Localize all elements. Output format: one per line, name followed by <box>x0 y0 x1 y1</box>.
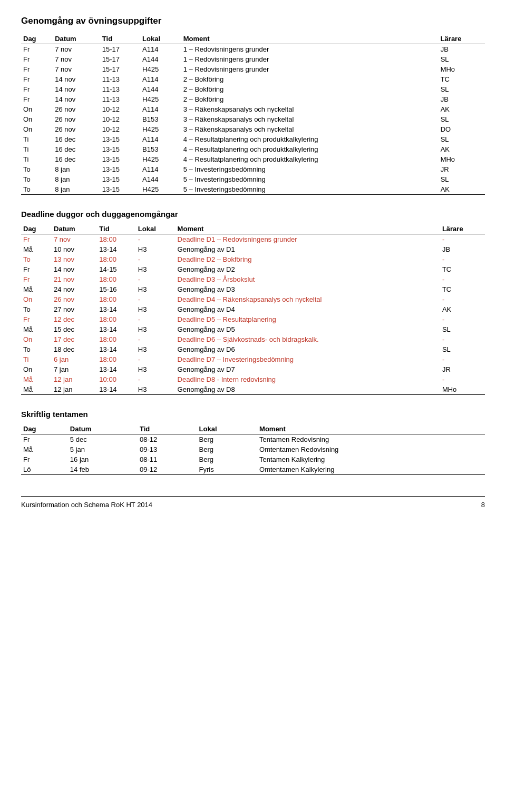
table-cell: H3 <box>136 384 176 395</box>
table-row: Fr7 nov15-17A1141 – Redovisningens grund… <box>21 44 485 55</box>
table-cell: 1 – Redovisningens grunder <box>181 64 439 74</box>
table-cell: 21 nov <box>52 274 97 284</box>
table-cell: 16 dec <box>53 134 100 144</box>
table-cell: Berg <box>197 434 258 445</box>
table-cell: H425 <box>140 64 181 74</box>
table-cell: 13-14 <box>97 364 136 374</box>
table-cell: 13 nov <box>52 254 97 264</box>
table-cell: H425 <box>140 124 181 134</box>
table-cell: 4 – Resultatplanering och produktkalkyle… <box>181 154 439 164</box>
table-cell: To <box>21 254 52 264</box>
table-cell: 8 jan <box>53 174 100 184</box>
table-row: Fr5 dec08-12BergTentamen Redovisning <box>21 434 485 445</box>
table-row: Fr12 dec18:00-Deadline D5 – Resultatplan… <box>21 314 485 324</box>
table-cell: A114 <box>140 74 181 84</box>
table1-header: Tid <box>100 34 140 44</box>
table-cell: 18:00 <box>97 314 136 324</box>
table-cell: 18:00 <box>97 294 136 304</box>
table-cell: A144 <box>140 174 181 184</box>
table-cell: JB <box>439 94 485 104</box>
table-cell: 12 dec <box>52 314 97 324</box>
table-cell: 7 jan <box>52 364 97 374</box>
table-cell: Fr <box>21 234 52 245</box>
table-cell: Berg <box>197 454 258 464</box>
table-cell: 08-12 <box>138 434 197 445</box>
table-cell: 14-15 <box>97 264 136 274</box>
table-row: Må10 nov13-14H3Genomgång av D1JB <box>21 244 485 254</box>
table-cell: 18:00 <box>97 354 136 364</box>
table-cell: Ti <box>21 134 53 144</box>
table-cell: Må <box>21 444 68 454</box>
table-cell: Fr <box>21 44 53 55</box>
table-cell: 13-15 <box>100 174 140 184</box>
table-cell: 4 – Resultatplanering och produktkalkyle… <box>181 144 439 154</box>
table-cell: - <box>136 274 176 284</box>
table-tentamen: DagDatumTidLokalMoment Fr5 dec08-12BergT… <box>21 424 485 475</box>
table-cell: DO <box>439 124 485 134</box>
table-cell: 2 – Bokföring <box>181 74 439 84</box>
table-cell: 18:00 <box>97 234 136 245</box>
table-cell: 7 nov <box>53 54 100 64</box>
table-cell: - <box>440 274 485 284</box>
table3-header: Dag <box>21 424 68 434</box>
table-cell: 5 jan <box>68 444 138 454</box>
table-cell: 6 jan <box>52 354 97 364</box>
table-cell: 12 jan <box>52 374 97 384</box>
table-row: Ti6 jan18:00-Deadline D7 – Investeringsb… <box>21 354 485 364</box>
table2-header: Lärare <box>440 224 485 234</box>
table3-header: Datum <box>68 424 138 434</box>
table-cell: 3 – Räkenskapsanalys och nyckeltal <box>181 104 439 114</box>
table-cell: 11-13 <box>100 84 140 94</box>
table-cell: Genomgång av D5 <box>176 324 440 334</box>
table-cell: Tentamen Kalkylering <box>257 454 485 464</box>
table-cell: - <box>136 314 176 324</box>
table-cell: On <box>21 294 52 304</box>
table-row: Fr14 nov11-13A1442 – BokföringSL <box>21 84 485 94</box>
table-row: Fr14 nov14-15H3Genomgång av D2TC <box>21 264 485 274</box>
section3-title: Skriftlig tentamen <box>21 410 485 419</box>
table-cell: - <box>440 294 485 304</box>
table-cell: Fr <box>21 274 52 284</box>
table-row: Må24 nov15-16H3Genomgång av D3TC <box>21 284 485 294</box>
table-row: Må5 jan09-13BergOmtentamen Redovisning <box>21 444 485 454</box>
table-cell: Omtentamen Kalkylering <box>257 464 485 475</box>
table-cell: Fr <box>21 314 52 324</box>
table-cell: 3 – Räkenskapsanalys och nyckeltal <box>181 114 439 124</box>
table-cell: 13-15 <box>100 144 140 154</box>
table-cell: Deadline D2 – Bokföring <box>176 254 440 264</box>
table-cell: 4 – Resultatplanering och produktkalkyle… <box>181 134 439 144</box>
table-cell: H3 <box>136 344 176 354</box>
table-cell: 15-16 <box>97 284 136 294</box>
table-cell: 13-15 <box>100 134 140 144</box>
table-cell: 08-11 <box>138 454 197 464</box>
table-cell: MHo <box>439 64 485 74</box>
table-row: Må12 jan13-14H3Genomgång av D8MHo <box>21 384 485 395</box>
table-cell: Må <box>21 374 52 384</box>
table-cell: Genomgång av D1 <box>176 244 440 254</box>
table-cell: 5 – Investeringsbedömning <box>181 174 439 184</box>
table-cell: 10-12 <box>100 124 140 134</box>
table3-header: Moment <box>257 424 485 434</box>
table-cell: Fr <box>21 454 68 464</box>
table-cell: SL <box>440 344 485 354</box>
table-cell: H425 <box>140 184 181 195</box>
table-cell: 13-14 <box>97 384 136 395</box>
table-cell: Deadline D3 – Årsbokslut <box>176 274 440 284</box>
table-cell: 1 – Redovisningens grunder <box>181 44 439 55</box>
table-row: On26 nov10-12A1143 – Räkenskapsanalys oc… <box>21 104 485 114</box>
table-cell: H425 <box>140 154 181 164</box>
table-row: Lö14 feb09-12FyrisOmtentamen Kalkylering <box>21 464 485 475</box>
table-row: Fr14 nov11-13A1142 – BokföringTC <box>21 74 485 84</box>
table-cell: 15-17 <box>100 54 140 64</box>
table-cell: 09-12 <box>138 464 197 475</box>
footer: Kursinformation och Schema RoK HT 2014 8 <box>21 496 485 509</box>
table-cell: TC <box>440 284 485 294</box>
table-cell: SL <box>439 84 485 94</box>
table-cell: Deadline D6 – Självkostnads- och bidrags… <box>176 334 440 344</box>
table-cell: To <box>21 174 53 184</box>
table-row: Ti16 dec13-15B1534 – Resultatplanering o… <box>21 144 485 154</box>
table-cell: 5 – Investeringsbedömning <box>181 184 439 195</box>
table-deadlines: DagDatumTidLokalMomentLärare Fr7 nov18:0… <box>21 224 485 395</box>
table-cell: 7 nov <box>52 234 97 245</box>
table-cell: 11-13 <box>100 74 140 84</box>
